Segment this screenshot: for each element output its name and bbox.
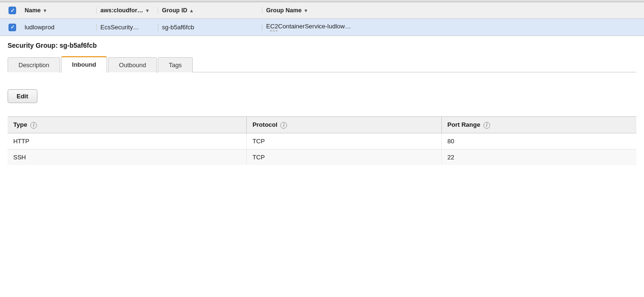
- tab-tags-label: Tags: [169, 61, 181, 69]
- edit-button[interactable]: Edit: [8, 89, 37, 103]
- tab-inbound[interactable]: Inbound: [61, 56, 107, 72]
- rule-row-1: SSH TCP 22: [8, 149, 636, 165]
- header-checkbox-cell[interactable]: [4, 7, 21, 14]
- cell-group-id: sg-b5af6fcb: [158, 24, 262, 31]
- resize-dot-2: [273, 30, 275, 32]
- resize-dot-3: [276, 30, 277, 32]
- col-header-group-name-label: Group Name: [266, 7, 302, 14]
- col-header-group-id[interactable]: Group ID ▲: [158, 7, 262, 14]
- tab-description-label: Description: [18, 61, 49, 69]
- resize-dots: [266, 30, 636, 32]
- col-portrange-header: Port Range i: [441, 117, 636, 133]
- resize-dot-1: [270, 30, 272, 32]
- col-header-group-id-label: Group ID: [162, 7, 187, 14]
- row-checkbox-cell[interactable]: [4, 24, 21, 31]
- col-header-group-name[interactable]: Group Name ▼: [262, 7, 640, 14]
- table-row[interactable]: ludlowprod EcsSecurity… sg-b5af6fcb EC2C…: [0, 19, 644, 36]
- col-type-header-label: Type: [13, 121, 27, 128]
- col-header-name[interactable]: Name ▼: [21, 7, 97, 14]
- tab-tags[interactable]: Tags: [158, 57, 192, 72]
- col-groupname-sort-icon: ▼: [304, 8, 308, 13]
- security-group-title: Security Group: sg-b5af6fcb: [8, 42, 636, 49]
- col-header-cloudformation[interactable]: aws:cloudfor… ▼: [97, 7, 158, 14]
- col-protocol-header-label: Protocol: [252, 121, 277, 128]
- rules-table: Type i Protocol i Port Range i HTTP TCP …: [8, 116, 636, 165]
- col-type-header: Type i: [8, 117, 247, 133]
- rule-0-protocol: TCP: [247, 133, 442, 149]
- tab-outbound-label: Outbound: [119, 61, 146, 69]
- tab-description[interactable]: Description: [8, 57, 60, 72]
- table-header: Name ▼ aws:cloudfor… ▼ Group ID ▲ Group …: [0, 2, 644, 19]
- detail-panel: Security Group: sg-b5af6fcb Description …: [0, 36, 644, 165]
- tab-inbound-label: Inbound: [72, 61, 96, 68]
- col-portrange-header-label: Port Range: [447, 121, 480, 128]
- rule-1-protocol: TCP: [247, 149, 442, 165]
- edit-button-wrapper: Edit: [8, 81, 636, 110]
- rule-0-portrange: 80: [441, 133, 636, 149]
- rules-table-body: HTTP TCP 80 SSH TCP 22: [8, 133, 636, 165]
- col-protocol-header: Protocol i: [247, 117, 442, 133]
- col-groupid-sort-icon: ▲: [189, 8, 194, 13]
- col-header-name-label: Name: [25, 7, 41, 14]
- cell-group-name-text: EC2ContainerService-ludlow…: [266, 23, 351, 30]
- rules-table-header-row: Type i Protocol i Port Range i: [8, 117, 636, 133]
- rule-0-type: HTTP: [8, 133, 247, 149]
- col-header-cloudformation-label: aws:cloudfor…: [100, 7, 143, 14]
- type-info-icon[interactable]: i: [30, 122, 37, 129]
- col-name-sort-icon: ▼: [43, 8, 47, 13]
- rule-row-0: HTTP TCP 80: [8, 133, 636, 149]
- tabs-container: Description Inbound Outbound Tags: [8, 56, 636, 72]
- cell-cloudformation: EcsSecurity…: [97, 24, 158, 31]
- header-checkbox[interactable]: [9, 7, 16, 14]
- portrange-info-icon[interactable]: i: [483, 122, 490, 129]
- tab-outbound[interactable]: Outbound: [108, 57, 157, 72]
- protocol-info-icon[interactable]: i: [280, 122, 287, 129]
- rule-1-type: SSH: [8, 149, 247, 165]
- rule-1-portrange: 22: [441, 149, 636, 165]
- col-cloudformation-sort-icon: ▼: [145, 8, 150, 13]
- row-checkbox[interactable]: [9, 24, 16, 31]
- cell-name: ludlowprod: [21, 24, 97, 31]
- cell-group-name: EC2ContainerService-ludlow…: [262, 23, 640, 32]
